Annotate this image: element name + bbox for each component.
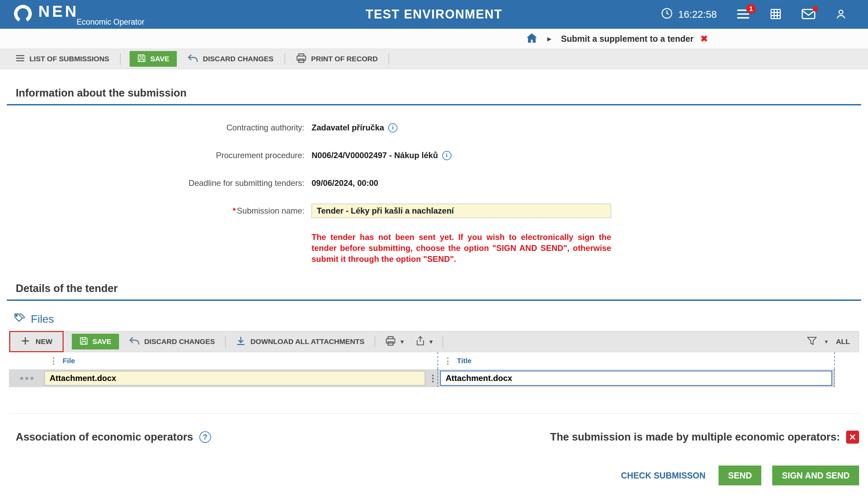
files-discard-label: DISCARD CHANGES (144, 337, 215, 346)
multiple-operators-toggle[interactable]: ✕ (846, 431, 859, 444)
new-attachment-button[interactable]: NEW (9, 331, 64, 352)
toolbar-separator (285, 53, 285, 65)
row-handle-dot (30, 377, 34, 380)
header-actions: 16:22:58 1 (661, 8, 847, 22)
submission-info-body: Contracting authority: Zadavatel příručk… (0, 105, 868, 265)
deadline-label: Deadline for submitting tenders: (0, 178, 304, 188)
list-of-submissions-label: LIST OF SUBMISSIONS (29, 55, 109, 63)
messages-button[interactable] (802, 9, 815, 20)
help-icon[interactable]: ? (199, 431, 211, 443)
mail-notification-dot (813, 6, 818, 12)
list-icon (16, 55, 25, 63)
info-icon[interactable]: i (442, 151, 451, 160)
files-title: Files (31, 313, 54, 326)
save-icon (79, 336, 88, 347)
toolbar-separator (389, 53, 389, 65)
toolbar-separator (225, 336, 226, 347)
chevron-down-icon: ▾ (430, 338, 433, 345)
plus-icon (21, 336, 30, 347)
download-all-label: DOWNLOAD ALL ATTACHMENTS (250, 337, 364, 346)
submission-name-row: *Submission name: (0, 204, 868, 218)
tag-icon (14, 313, 25, 326)
multiple-operators-label: The submission is made by multiple econo… (550, 431, 840, 443)
download-all-attachments-button[interactable]: DOWNLOAD ALL ATTACHMENTS (234, 336, 366, 348)
send-button[interactable]: SEND (719, 466, 761, 485)
undo-icon (188, 54, 198, 64)
row-handle[interactable] (9, 377, 44, 380)
chevron-down-icon: ▾ (400, 338, 404, 345)
files-save-label: SAVE (92, 337, 111, 346)
export-menu-button[interactable]: ▾ (414, 336, 435, 348)
save-button[interactable]: SAVE (130, 51, 177, 67)
contracting-authority-value: Zadavatel příručka (312, 123, 384, 132)
app-header: NEN Economic Operator TEST ENVIRONMENT 1… (0, 0, 868, 29)
print-of-record-button[interactable]: PRINT OF RECORD (294, 53, 380, 65)
printer-icon (385, 336, 396, 347)
title-column-header[interactable]: ⋮ Title (437, 352, 835, 369)
details-title: Details of the tender (16, 282, 868, 295)
files-table-header: ⋮ File ⋮ Title (9, 352, 835, 369)
export-icon (416, 336, 425, 347)
toolbar-separator (443, 336, 443, 347)
procurement-procedure-row: Procurement procedure: N006/24/V00002497… (0, 148, 868, 163)
user-profile-button[interactable] (835, 8, 847, 21)
home-icon[interactable] (527, 33, 537, 44)
file-column-label[interactable]: File (63, 357, 75, 365)
file-title-input[interactable] (440, 371, 832, 386)
deadline-value: 09/06/2024, 00:00 (312, 178, 378, 188)
title-column-label[interactable]: Title (457, 357, 472, 365)
footer-actions: CHECK SUBMISSON SEND SIGN AND SEND (0, 466, 859, 485)
download-icon (236, 336, 246, 347)
undo-icon (129, 336, 140, 347)
files-toolbar: NEW SAVE DISCARD CHANGES DOWNLOAD ALL AT… (9, 331, 859, 352)
discard-changes-button[interactable]: DISCARD CHANGES (186, 53, 276, 65)
file-cell: ⋮ (44, 369, 437, 387)
row-handle-dot (25, 377, 28, 380)
filter-button[interactable] (807, 337, 817, 347)
clock-icon (661, 8, 673, 22)
procurement-procedure-value: N006/24/V00002497 - Nákup léků (312, 151, 438, 160)
save-icon (137, 54, 146, 64)
session-time: 16:22:58 (678, 9, 717, 20)
file-column-header[interactable]: ⋮ File (44, 352, 437, 369)
menu-button[interactable]: 1 (737, 9, 750, 20)
grid-icon (770, 8, 782, 21)
filter-all-select[interactable]: ALL (836, 337, 850, 346)
main-toolbar: LIST OF SUBMISSIONS SAVE DISCARD CHANGES… (0, 49, 868, 69)
sign-and-send-button[interactable]: SIGN AND SEND (772, 466, 859, 485)
contracting-authority-row: Contracting authority: Zadavatel příručk… (0, 120, 868, 135)
close-tab-icon[interactable]: ✖ (700, 34, 708, 44)
files-save-button[interactable]: SAVE (72, 334, 119, 349)
submission-name-input[interactable] (312, 204, 611, 218)
section-divider (9, 413, 859, 413)
files-discard-changes-button[interactable]: DISCARD CHANGES (127, 336, 217, 347)
brand-block: NEN Economic Operator (38, 0, 189, 29)
brand-subtitle: Economic Operator (77, 17, 144, 27)
required-mark: * (233, 206, 236, 215)
files-table: ⋮ File ⋮ Title ⋮ (9, 352, 859, 387)
association-section: Association of economic operators ? The … (16, 431, 859, 444)
drag-dots-icon[interactable]: ⋮ (49, 356, 58, 366)
info-icon[interactable]: i (388, 123, 397, 132)
discard-changes-label: DISCARD CHANGES (203, 55, 274, 63)
printer-icon (296, 53, 306, 65)
deadline-row: Deadline for submitting tenders: 09/06/2… (0, 176, 868, 190)
chevron-down-icon[interactable]: ▾ (825, 338, 828, 345)
file-name-input[interactable] (44, 371, 425, 385)
submission-info-title: Information about the submission (16, 87, 868, 99)
breadcrumb-title[interactable]: Submit a supplement to a tender (561, 34, 694, 44)
row-handle-dot (20, 377, 23, 380)
breadcrumb: ▶ Submit a supplement to a tender ✖ (0, 29, 868, 49)
drag-dots-icon[interactable]: ⋮ (429, 373, 437, 384)
filter-icon (807, 337, 817, 347)
files-header: Files (14, 313, 868, 326)
procurement-procedure-label: Procurement procedure: (0, 151, 304, 160)
save-label: SAVE (150, 55, 169, 63)
list-of-submissions-button[interactable]: LIST OF SUBMISSIONS (14, 54, 111, 64)
notification-badge: 1 (746, 4, 756, 14)
print-menu-button[interactable]: ▾ (383, 336, 406, 348)
drag-dots-icon[interactable]: ⋮ (444, 356, 452, 366)
association-title: Association of economic operators (16, 431, 193, 443)
modules-grid-button[interactable] (770, 8, 782, 21)
check-submission-link[interactable]: CHECK SUBMISSON (621, 471, 706, 481)
